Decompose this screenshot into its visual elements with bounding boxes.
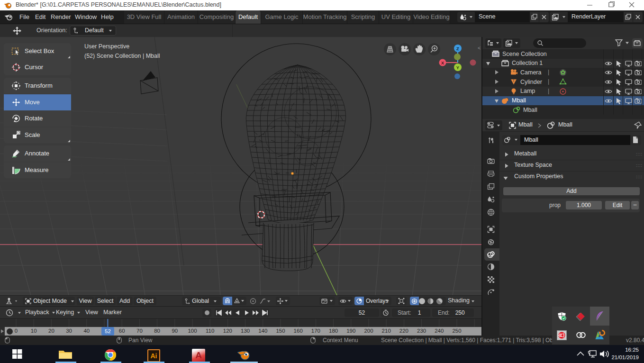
svg-text:Z: Z bbox=[456, 46, 459, 51]
svg-text:<: < bbox=[478, 45, 481, 51]
svg-text:X: X bbox=[441, 61, 444, 65]
svg-text:Y: Y bbox=[456, 65, 460, 70]
